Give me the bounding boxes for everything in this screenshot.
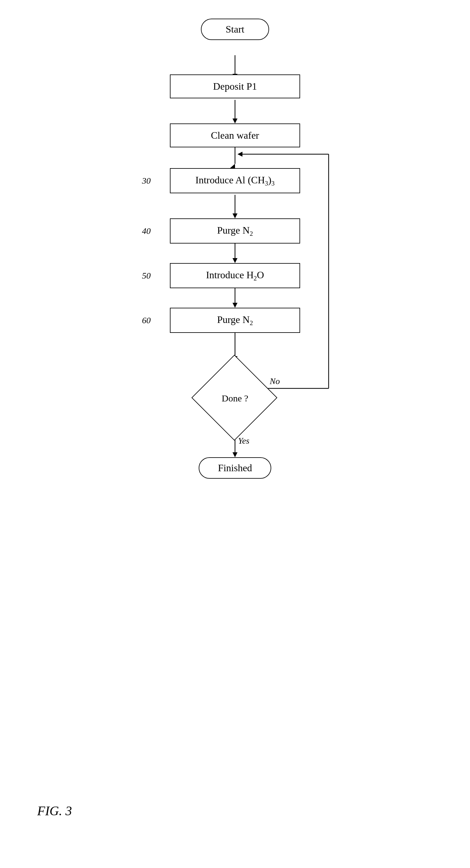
svg-marker-3 xyxy=(233,119,237,123)
done-diamond: Done ? xyxy=(198,361,272,436)
step-40-label: 40 xyxy=(142,226,151,236)
svg-text:Yes: Yes xyxy=(238,436,249,445)
svg-marker-15 xyxy=(233,452,237,457)
step-50-label: 50 xyxy=(142,271,151,281)
figure-label: FIG. 3 xyxy=(37,804,72,818)
svg-marker-11 xyxy=(233,303,237,308)
purge2-label: Purge N2 xyxy=(170,308,300,333)
purge1-label: Purge N2 xyxy=(170,218,300,244)
svg-marker-9 xyxy=(233,258,237,263)
start-node: Start xyxy=(201,19,269,40)
introduce-al-node: 30 Introduce Al (CH3)3 xyxy=(170,168,300,193)
start-label: Start xyxy=(201,19,269,40)
finished-node: Finished xyxy=(199,457,271,479)
clean-node: Clean wafer xyxy=(170,123,300,147)
introduce-h2o-node: 50 Introduce H2O xyxy=(170,263,300,288)
deposit-node: Deposit P1 xyxy=(170,74,300,98)
step-30-label: 30 xyxy=(142,176,151,186)
introduce-h2o-label: Introduce H2O xyxy=(170,263,300,288)
purge2-node: 60 Purge N2 xyxy=(170,308,300,333)
finished-label: Finished xyxy=(199,457,271,479)
svg-marker-19 xyxy=(237,152,242,157)
introduce-al-label: Introduce Al (CH3)3 xyxy=(170,168,300,193)
step-60-label: 60 xyxy=(142,315,151,326)
deposit-label: Deposit P1 xyxy=(170,74,300,98)
svg-marker-7 xyxy=(233,213,237,218)
purge1-node: 40 Purge N2 xyxy=(170,218,300,244)
clean-label: Clean wafer xyxy=(170,123,300,147)
done-label: Done ? xyxy=(222,393,248,404)
